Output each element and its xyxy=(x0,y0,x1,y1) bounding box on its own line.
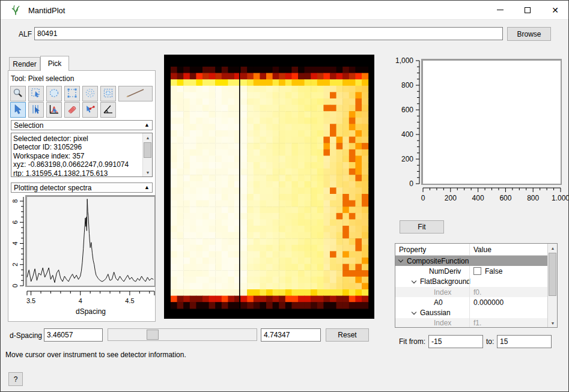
tab-render[interactable]: Render xyxy=(9,57,40,70)
svg-text:4: 4 xyxy=(79,297,82,304)
instrument-view[interactable] xyxy=(164,55,374,319)
peak-compare-tool-button[interactable] xyxy=(82,102,98,118)
chevron-down-icon[interactable] xyxy=(412,309,416,314)
maximize-button[interactable] xyxy=(514,1,541,19)
svg-text:800: 800 xyxy=(401,81,413,89)
tab-pick[interactable]: Pick xyxy=(40,56,69,71)
spectra-section-header[interactable]: Plotting detector spectra ▲ xyxy=(11,182,153,193)
draw-rectangle-ring-icon xyxy=(103,88,114,100)
mantidplot-window: MantidPlot ✕ ALF Browse Render Pick Tool… xyxy=(0,0,569,392)
numderiv-checkbox[interactable] xyxy=(473,267,481,275)
browse-button[interactable]: Browse xyxy=(507,27,551,41)
property-column-header: Property xyxy=(395,246,469,254)
fit-property-table: Property Value CompositeFunctionNumDeriv… xyxy=(395,243,558,328)
selection-info-line: Detector ID: 3105296 xyxy=(13,143,141,151)
minimize-button[interactable] xyxy=(486,1,514,19)
fit-button[interactable]: Fit xyxy=(400,220,444,234)
title-bar: MantidPlot ✕ xyxy=(1,1,568,20)
property-row-index[interactable]: Indexf0. xyxy=(395,287,557,297)
peak-erase-tool-button[interactable] xyxy=(64,102,80,118)
detector-spectrum-plot[interactable]: 024683.544.5dSpacing xyxy=(8,193,156,320)
status-text: Move cursor over instrument to see detec… xyxy=(5,351,186,359)
draw-rectangle-tool-button[interactable] xyxy=(64,86,80,101)
d-spacing-min-input[interactable] xyxy=(44,328,103,342)
d-spacing-max-input[interactable] xyxy=(261,328,321,342)
help-button[interactable]: ? xyxy=(8,372,23,386)
svg-text:400: 400 xyxy=(401,130,413,139)
fit-to-label: to: xyxy=(486,337,494,346)
svg-text:800: 800 xyxy=(527,194,539,202)
zoom-tool-button[interactable] xyxy=(10,86,26,101)
draw-rectangle-ring-tool-button[interactable] xyxy=(100,86,116,101)
d-spacing-slider[interactable] xyxy=(108,328,257,341)
property-name: FlatBackground xyxy=(420,277,470,286)
scroll-down-icon[interactable]: ▼ xyxy=(548,319,558,327)
property-value: f1. xyxy=(473,319,481,327)
property-row-a0[interactable]: A00.000000 xyxy=(395,297,557,307)
close-button[interactable]: ✕ xyxy=(541,1,569,19)
spectra-section-title: Plotting detector spectra xyxy=(14,184,91,192)
draw-ellipse-ring-tool-button[interactable] xyxy=(82,86,98,101)
property-value: 0.000000 xyxy=(473,298,504,307)
property-name: A0 xyxy=(434,298,443,307)
property-row-gaussian[interactable]: Gaussian xyxy=(395,307,557,318)
edit-shape-tool-button[interactable] xyxy=(28,86,44,101)
peak-compare-icon xyxy=(85,104,96,116)
svg-text:θ: θ xyxy=(106,109,108,112)
reset-button[interactable]: Reset xyxy=(326,328,369,342)
scroll-thumb[interactable] xyxy=(144,142,151,158)
svg-text:1,000: 1,000 xyxy=(395,56,413,65)
close-icon: ✕ xyxy=(552,6,559,14)
draw-ellipse-tool-button[interactable] xyxy=(46,86,62,101)
property-table-scrollbar[interactable]: ▲ ▼ xyxy=(547,244,557,327)
property-row-flatbackground[interactable]: FlatBackground xyxy=(395,277,557,287)
selection-section-header[interactable]: Selection ▲ xyxy=(11,120,153,130)
property-table-body: CompositeFunctionNumDerivFalseFlatBackgr… xyxy=(395,256,557,328)
chevron-down-icon[interactable] xyxy=(398,258,403,262)
scroll-up-icon[interactable]: ▲ xyxy=(548,244,558,252)
scroll-up-icon[interactable]: ▲ xyxy=(143,133,153,142)
property-row-index[interactable]: Indexf1. xyxy=(395,318,557,328)
selection-info-line: Workspace index: 357 xyxy=(13,152,141,160)
property-name: CompositeFunction xyxy=(407,257,469,265)
value-column-header: Value xyxy=(469,244,557,255)
peak-add-tool-button[interactable] xyxy=(46,102,62,118)
svg-text:600: 600 xyxy=(499,194,511,202)
draw-free-icon xyxy=(124,88,148,100)
svg-text:6: 6 xyxy=(11,220,19,224)
angle-measure-tool-button[interactable]: θ xyxy=(100,102,116,118)
selection-info-box: Selected detector: pixelDetector ID: 310… xyxy=(11,133,153,177)
property-name: Gaussian xyxy=(420,309,451,317)
svg-text:4.5: 4.5 xyxy=(125,297,134,304)
d-spacing-slider-handle[interactable] xyxy=(147,330,159,340)
draw-free-tool-button[interactable] xyxy=(118,86,153,101)
draw-ellipse-icon xyxy=(49,88,59,100)
selection-info-line: Selected detector: pixel xyxy=(13,134,141,143)
selection-info-scrollbar[interactable]: ▲ ▼ xyxy=(142,133,152,176)
fit-from-input[interactable] xyxy=(428,335,483,348)
scroll-down-icon[interactable]: ▼ xyxy=(143,168,153,176)
property-row-numderiv[interactable]: NumDerivFalse xyxy=(395,266,557,276)
property-name: Index xyxy=(434,319,451,327)
collapse-icon: ▲ xyxy=(144,122,150,128)
selection-info-line: rtp: 1.31595,41.1382,175.613 xyxy=(13,169,141,177)
tube-select-tool-button[interactable] xyxy=(28,102,44,118)
collapse-icon: ▲ xyxy=(144,185,150,190)
tool-status-label: Tool: Pixel selection xyxy=(11,74,74,83)
zoom-icon xyxy=(13,88,23,100)
run-number-input[interactable] xyxy=(34,27,503,40)
fit-preview-plot: 02004006008001,00002004006008001.000 xyxy=(385,53,569,207)
pixel-select-icon xyxy=(13,104,23,116)
d-spacing-label: d-Spacing xyxy=(10,331,42,340)
chevron-down-icon[interactable] xyxy=(412,278,416,283)
svg-text:0: 0 xyxy=(11,284,19,288)
svg-text:0: 0 xyxy=(421,194,425,202)
mantid-logo-icon xyxy=(10,5,21,17)
pixel-select-tool-button[interactable] xyxy=(10,102,26,118)
fit-to-input[interactable] xyxy=(497,335,552,348)
scroll-thumb[interactable] xyxy=(549,253,556,296)
svg-text:8: 8 xyxy=(11,199,19,203)
property-row-compositefunction[interactable]: CompositeFunction xyxy=(395,256,557,266)
selection-info-line: xyz: -0.863198,0.0662247,0.991074 xyxy=(13,160,141,169)
property-table-header: Property Value xyxy=(395,244,557,256)
